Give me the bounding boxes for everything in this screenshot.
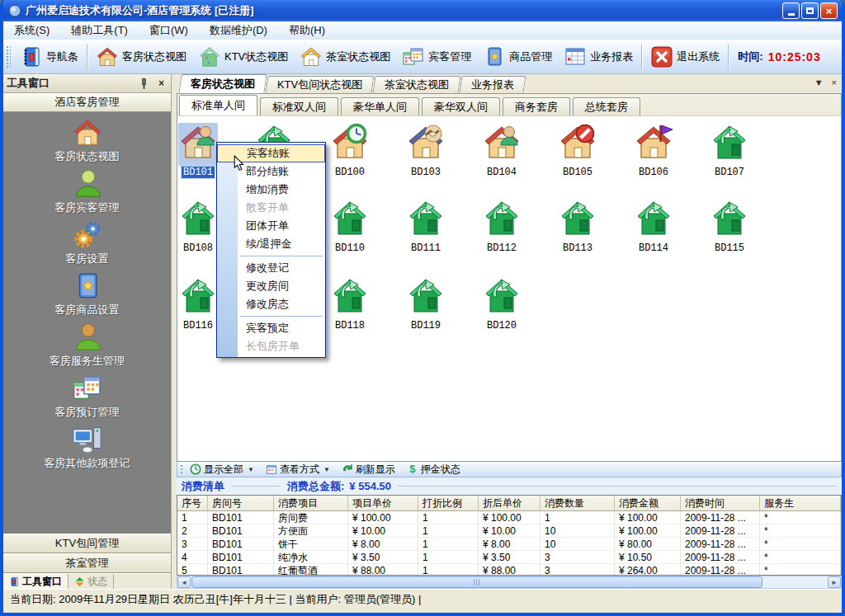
subtab-2[interactable]: 豪华单人间 xyxy=(341,97,419,115)
sidebar-group-hotel-rooms[interactable]: 酒店客房管理 xyxy=(3,93,171,112)
table-cell: 2 xyxy=(177,524,208,538)
toolbar-button-3[interactable]: 茶室状态视图 xyxy=(294,43,396,71)
content-area: 工具窗口 × 酒店客房管理 客房状态视图客房宾客管理客房设置客房商品设置客房服务… xyxy=(3,74,842,589)
room-BD105[interactable]: BD105 xyxy=(545,123,611,178)
column-header: 房间号 xyxy=(208,496,274,510)
sidebar-bottom-tab-1[interactable]: 状态 xyxy=(68,574,114,589)
chevron-down-icon[interactable]: ▼ xyxy=(814,78,824,87)
room-BD103[interactable]: BD103 xyxy=(393,123,459,178)
column-header: 消费时间 xyxy=(681,496,760,510)
room-BD112[interactable]: BD112 xyxy=(469,199,535,254)
subtab-1[interactable]: 标准双人间 xyxy=(260,97,338,115)
menu-item-2[interactable]: 窗口(W) xyxy=(139,21,199,40)
sidebar-item-2[interactable]: 客房设置 xyxy=(3,219,171,270)
context-menu-item-7[interactable]: 修改登记 xyxy=(217,259,325,277)
toolbar-button-7[interactable]: 退出系统 xyxy=(644,43,725,71)
context-menu-item-4[interactable]: 团体开单 xyxy=(217,217,325,235)
room-BD100[interactable]: BD100 xyxy=(317,123,383,178)
room-BD104[interactable]: BD104 xyxy=(469,123,535,178)
minimize-icon[interactable] xyxy=(782,2,800,19)
room-vacant-icon xyxy=(482,199,522,238)
sidebar-item-0[interactable]: 客房状态视图 xyxy=(3,117,171,168)
table-cell: 1 xyxy=(418,538,479,551)
menu-item-0[interactable]: 系统(S) xyxy=(3,21,60,40)
scrollbar-thumb[interactable] xyxy=(191,576,762,588)
context-menu-item-9[interactable]: 修改房态 xyxy=(217,295,325,313)
menu-bar: 系统(S)辅助工具(T)窗口(W)数据维护(D)帮助(H) xyxy=(3,21,842,40)
menu-item-3[interactable]: 数据维护(D) xyxy=(199,21,278,40)
tab-0[interactable]: 客房状态视图 xyxy=(178,74,267,93)
toolbar-button-1[interactable]: 客房状态视图 xyxy=(90,43,192,71)
toolbar-button-2[interactable]: KTV状态视图 xyxy=(192,43,294,71)
tab-1[interactable]: KTV包间状态视图 xyxy=(266,76,375,93)
room-vacant-icon xyxy=(482,276,522,316)
scroll-left-icon[interactable]: ◄ xyxy=(177,576,191,588)
consumption-toolbar-button-3[interactable]: $押金状态 xyxy=(401,462,466,477)
table-row[interactable]: 2BD101方便面¥ 10.001¥ 10.0010¥ 100.002009-1… xyxy=(177,524,841,538)
table-cell: 10 xyxy=(541,538,615,551)
scroll-right-icon[interactable]: ► xyxy=(828,576,841,588)
room-BD113[interactable]: BD113 xyxy=(545,199,611,254)
table-row[interactable]: 3BD101饼干¥ 8.001¥ 8.0010¥ 80.002009-11-28… xyxy=(177,538,841,551)
subtab-4[interactable]: 商务套房 xyxy=(503,97,570,115)
tab-2[interactable]: 茶室状态视图 xyxy=(373,76,461,93)
room-BD120[interactable]: BD120 xyxy=(469,276,535,332)
tab-3[interactable]: 业务报表 xyxy=(460,76,526,93)
sidebar-group-1[interactable]: 茶室管理 xyxy=(3,553,171,573)
room-BD115[interactable]: BD115 xyxy=(696,199,762,254)
table-row[interactable]: 5BD101红葡萄酒¥ 88.001¥ 88.003¥ 264.002009-1… xyxy=(177,564,841,576)
consumption-toolbar-button-0[interactable]: 显示全部▼ xyxy=(184,462,260,477)
toolbar-button-0[interactable]: 导航条 xyxy=(14,43,84,71)
table-cell: ¥ 8.00 xyxy=(348,538,418,551)
consumption-toolbar-button-1[interactable]: 查看方式▼ xyxy=(260,462,336,477)
sidebar: 工具窗口 × 酒店客房管理 客房状态视图客房宾客管理客房设置客房商品设置客房服务… xyxy=(3,74,172,589)
room-BD107[interactable]: BD107 xyxy=(696,123,762,178)
refresh-icon xyxy=(342,463,353,475)
table-row[interactable]: 4BD101纯净水¥ 3.501¥ 3.503¥ 10.502009-11-28… xyxy=(177,551,841,564)
pin-icon[interactable] xyxy=(138,78,150,90)
menu-item-4[interactable]: 帮助(H) xyxy=(278,21,336,40)
room-BD119[interactable]: BD119 xyxy=(393,276,459,332)
table-cell: ¥ 100.00 xyxy=(348,511,418,524)
title-bar[interactable]: 广州爱启迪技术有限公司-酒店管理系统 [已注册] × xyxy=(3,0,842,21)
sidebar-item-5[interactable]: 客房预订管理 xyxy=(3,373,171,424)
sidebar-item-3[interactable]: 客房商品设置 xyxy=(3,270,171,322)
room-BD111[interactable]: BD111 xyxy=(393,199,459,254)
toolbar-grip[interactable] xyxy=(6,45,11,68)
close-icon[interactable]: × xyxy=(820,2,838,19)
table-cell: 房间费 xyxy=(274,511,348,524)
sidebar-group-0[interactable]: KTV包间管理 xyxy=(3,534,171,553)
table-cell: 3 xyxy=(541,551,615,564)
sidebar-bottom-tab-0[interactable]: 工具窗口 xyxy=(3,574,68,589)
room-BD114[interactable]: BD114 xyxy=(621,199,687,254)
context-menu-item-8[interactable]: 更改房间 xyxy=(217,277,325,295)
horizontal-scrollbar[interactable]: ◄ ► xyxy=(177,576,842,589)
toolbar-button-6[interactable]: 业务报表 xyxy=(558,43,639,71)
table-cell: ¥ 100.00 xyxy=(479,511,541,524)
maximize-icon[interactable] xyxy=(801,2,819,19)
sidebar-item-4[interactable]: 客房服务生管理 xyxy=(3,322,171,373)
toolbar-button-label: KTV状态视图 xyxy=(224,49,288,64)
sidebar-item-1[interactable]: 客房宾客管理 xyxy=(3,168,171,219)
sidebar-item-6[interactable]: 客房其他款项登记 xyxy=(3,424,171,475)
context-menu-item-11[interactable]: 宾客预定 xyxy=(217,319,325,337)
room-BD118[interactable]: BD118 xyxy=(317,276,383,332)
subtab-5[interactable]: 总统套房 xyxy=(573,97,640,115)
toolbar-button-5[interactable]: 商品管理 xyxy=(477,43,558,71)
ktv-house-icon xyxy=(198,45,221,68)
context-menu-item-2[interactable]: 增加消费 xyxy=(217,181,325,199)
close-icon[interactable]: × xyxy=(155,78,168,90)
consumption-toolbar-button-2[interactable]: 刷新显示 xyxy=(336,462,401,477)
menu-item-1[interactable]: 辅助工具(T) xyxy=(60,21,139,40)
consumption-toolbar: 显示全部▼查看方式▼刷新显示$押金状态 xyxy=(177,462,842,477)
close-icon[interactable]: × xyxy=(832,78,837,87)
room-BD106[interactable]: BD106 xyxy=(621,123,687,178)
navigator-book-icon xyxy=(20,45,43,68)
subtab-0[interactable]: 标准单人间 xyxy=(179,95,257,115)
context-menu-item-5[interactable]: 续/退押金 xyxy=(217,235,325,253)
room-BD110[interactable]: BD110 xyxy=(317,199,383,254)
sidebar-header: 工具窗口 × xyxy=(3,74,171,93)
subtab-3[interactable]: 豪华双人间 xyxy=(422,97,500,115)
toolbar-button-4[interactable]: 宾客管理 xyxy=(396,43,477,71)
table-row[interactable]: 1BD101房间费¥ 100.001¥ 100.001¥ 100.002009-… xyxy=(177,511,841,524)
